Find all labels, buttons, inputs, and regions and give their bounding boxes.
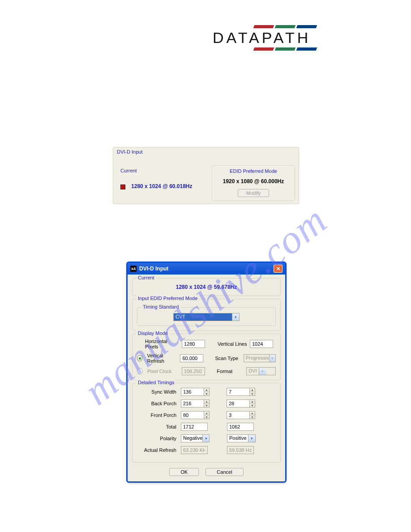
format-combo: DVI ▾ [246,367,276,375]
detailed-timings-group: Detailed Timings Sync Width ▲▼ ▲▼ Back P… [132,383,281,463]
polarity-h-combo[interactable]: Negative ▾ [181,434,210,442]
actual-refresh-h [181,446,208,454]
dvi-d-input-dialog: x4 DVI-D Input ✕ Current 1280 x 1024 @ 5… [126,262,287,483]
chevron-down-icon: ▾ [269,355,275,362]
logo-text: DATAPATH [213,29,356,47]
back-porch-label: Back Porch [137,401,181,406]
display-mode-title: Display Mode [136,330,170,336]
dialog-titlebar[interactable]: x4 DVI-D Input ✕ [128,263,285,275]
vrefresh-label: Vertical Refresh [147,353,177,364]
polarity-h-value: Negative [181,435,202,442]
edid-group: Input EDID Preferred Mode Timing Standar… [132,299,281,331]
pixel-clock-radio [137,368,143,374]
ok-button[interactable]: OK [169,468,199,476]
actual-refresh-label: Actual Refresh [137,447,181,453]
spinner[interactable]: ▲▼ [204,411,210,419]
chevron-down-icon[interactable]: ▾ [248,435,255,442]
cancel-button[interactable]: Cancel [206,468,243,476]
front-porch-v-input[interactable] [227,411,250,419]
hpixels-input[interactable] [182,340,205,348]
front-porch-label: Front Porch [137,412,181,418]
format-value: DVI [247,368,258,375]
sync-width-h-input[interactable] [181,388,204,396]
scantype-label: Scan Type [215,356,241,361]
edid-group-title: Input EDID Preferred Mode [136,296,199,301]
polarity-v-value: Positive [227,435,248,442]
vlines-label: Vertical Lines [218,341,247,347]
polarity-label: Polarity [137,436,181,441]
spinner[interactable]: ▲▼ [249,411,255,419]
back-porch-h-input[interactable] [181,399,204,408]
dialog-title: DVI-D Input [139,266,168,272]
current-group: Current 1280 x 1024 @ 59.678Hz [132,278,281,296]
modify-button[interactable]: Modify [238,189,269,197]
scantype-value: Progressive [244,355,269,362]
format-label: Format [217,369,244,374]
spinner[interactable]: ▲▼ [249,399,255,408]
actual-refresh-v [227,446,254,454]
scantype-combo: Progressive ▾ [244,354,276,362]
timing-standard-value: CVT [174,313,232,321]
edid-label: EDID Preferred Mode [228,168,279,174]
chevron-down-icon[interactable]: ▾ [232,313,239,321]
brand-logo: DATAPATH [213,25,356,51]
spinner[interactable]: ▲▼ [249,388,255,396]
pixclock-label: Pixel Clock [147,369,179,374]
timing-standard-label: Timing Standard [141,304,180,309]
chevron-down-icon[interactable]: ▾ [202,435,209,442]
current-group-title: Current [136,275,156,280]
logo-bars-top [254,25,356,28]
timing-standard-group: Timing Standard CVT ▾ [137,307,276,326]
display-mode-group: Display Mode Horizontal Pixels Vertical … [132,334,281,380]
hpixels-label: Horizontal Pixels [145,339,179,349]
back-porch-v-input[interactable] [227,399,250,408]
detailed-timings-title: Detailed Timings [136,380,176,385]
vrefresh-input[interactable] [180,354,203,362]
current-mode-text: 1280 x 1024 @ 60.018Hz [131,183,192,189]
pixclock-input [182,367,205,375]
dvi-d-input-summary-panel: DVI-D Input Current 1280 x 1024 @ 60.018… [113,147,299,204]
total-v-input[interactable] [227,423,254,431]
sync-width-v-input[interactable] [227,388,250,396]
total-h-input[interactable] [181,423,208,431]
spinner[interactable]: ▲▼ [204,388,210,396]
app-icon: x4 [130,266,137,272]
current-label: Current [120,168,204,173]
chevron-down-icon: ▾ [259,368,266,375]
polarity-v-combo[interactable]: Positive ▾ [227,434,256,442]
front-porch-h-input[interactable] [181,411,204,419]
logo-bars-bottom [254,47,356,51]
sync-width-label: Sync Width [137,389,181,395]
timing-standard-combo[interactable]: CVT ▾ [173,313,240,321]
panel-title: DVI-D Input [117,149,295,154]
vlines-input[interactable] [250,340,273,348]
vertical-refresh-radio[interactable] [137,355,142,361]
current-mode-value: 1280 x 1024 @ 59.678Hz [137,283,276,291]
status-indicator-icon [120,184,125,189]
close-icon[interactable]: ✕ [274,265,283,273]
total-label: Total [137,424,181,429]
spinner[interactable]: ▲▼ [204,399,210,408]
edid-mode-text: 1920 x 1080 @ 60.000Hz [216,178,291,184]
